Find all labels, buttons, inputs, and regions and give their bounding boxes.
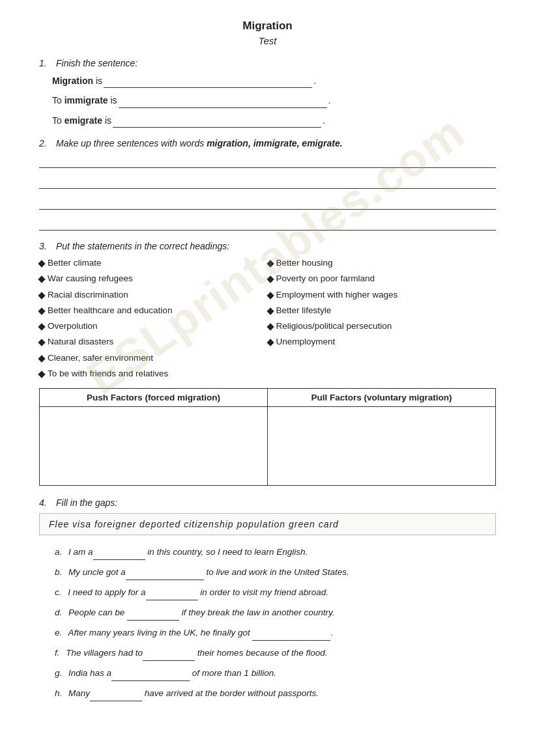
gap-item-g: g. India has a of more than 1 billion. <box>55 665 496 681</box>
diamond-icon-9 <box>267 260 274 268</box>
table-header-row: Push Factors (forced migration) Pull Fac… <box>40 389 495 407</box>
diamond-icon-4 <box>38 307 45 315</box>
gap-letter-b: b. <box>55 567 62 577</box>
statement-1: Better climate <box>39 257 268 270</box>
diamond-icon-11 <box>267 292 274 299</box>
statement-7: Cleaner, safer environment <box>39 352 268 365</box>
diamond-icon-10 <box>267 276 274 283</box>
diamond-icon-5 <box>38 324 45 331</box>
q1-blank-2[interactable] <box>119 107 327 108</box>
page-title: Migration <box>39 20 496 33</box>
q4-label: Fill in the gaps: <box>56 497 117 508</box>
q2-line-1[interactable] <box>39 154 496 168</box>
q1-number: 1. <box>39 58 52 68</box>
table-body-row <box>40 407 495 485</box>
gap-item-a: a. I am a in this country, so I need to … <box>55 544 496 560</box>
q1-keyword-3: emigrate <box>65 115 102 126</box>
q1-label: Finish the sentence: <box>56 58 137 68</box>
q3-number: 3. <box>39 241 52 251</box>
gap-item-h: h. Many have arrived at the border witho… <box>55 686 496 701</box>
table-header-pull: Pull Factors (voluntary migration) <box>268 389 495 406</box>
q2-line-3[interactable] <box>39 195 496 210</box>
question-2: 2. Make up three sentences with words mi… <box>39 138 496 231</box>
question-1: 1. Finish the sentence: Migration is. To… <box>39 58 496 128</box>
q2-bold-words: migration, immigrate, emigrate. <box>207 138 343 148</box>
statement-12: Better lifestyle <box>268 304 497 317</box>
gap-blank-a[interactable] <box>93 544 145 560</box>
gap-letter-d: d. <box>55 608 62 617</box>
q4-number: 4. <box>39 497 52 508</box>
diamond-icon-6 <box>38 339 45 346</box>
gap-item-b: b. My uncle got a to live and work in th… <box>55 565 496 580</box>
word-box: Flee visa foreigner deported citizenship… <box>39 513 496 535</box>
gap-blank-f[interactable] <box>143 645 195 661</box>
gap-letter-h: h. <box>55 688 62 698</box>
gap-blank-g[interactable] <box>111 665 190 681</box>
diamond-icon-7 <box>38 355 45 362</box>
diamond-icon-3 <box>38 292 45 299</box>
q1-blank-1[interactable] <box>104 87 312 88</box>
gap-blank-e[interactable] <box>252 625 330 641</box>
gap-blank-h[interactable] <box>90 686 142 701</box>
statements-col-2: Better housing Poverty on poor farmland … <box>268 257 497 383</box>
gap-blank-b[interactable] <box>126 565 204 580</box>
q1-line-1: Migration is. <box>52 74 496 88</box>
table-cell-push[interactable] <box>40 407 268 485</box>
statement-2: War causing refugees <box>39 272 268 285</box>
gap-letter-e: e. <box>55 628 62 637</box>
diamond-icon-8 <box>38 371 45 378</box>
gap-letter-f: f. <box>55 648 60 658</box>
gap-item-f: f. The villagers had to their homes beca… <box>55 645 496 661</box>
gap-letter-g: g. <box>55 668 62 678</box>
statement-4: Better healthcare and education <box>39 304 268 317</box>
q2-number: 2. <box>39 138 52 148</box>
statement-6: Natural disasters <box>39 335 268 348</box>
statement-5: Overpolution <box>39 320 268 333</box>
q2-line-4[interactable] <box>39 216 496 231</box>
statement-8: To be with friends and relatives <box>39 367 268 380</box>
gap-blank-d[interactable] <box>127 605 179 621</box>
table-header-push: Push Factors (forced migration) <box>40 389 268 406</box>
q1-line-2: To immigrate is. <box>52 93 496 107</box>
table-cell-pull[interactable] <box>268 407 495 485</box>
q1-blank-3[interactable] <box>113 127 321 128</box>
gap-blank-c[interactable] <box>146 585 198 600</box>
q1-keyword-2: immigrate <box>65 95 108 105</box>
q2-label: Make up three sentences with words migra… <box>56 138 343 148</box>
statement-13: Religious/political persecution <box>268 320 497 333</box>
diamond-icon-1 <box>38 260 45 268</box>
q2-writing-area <box>39 154 496 231</box>
question-3: 3. Put the statements in the correct hea… <box>39 241 496 486</box>
diamond-icon-12 <box>267 307 274 315</box>
diamond-icon-2 <box>38 276 45 283</box>
statement-11: Employment with higher wages <box>268 288 497 301</box>
statement-10: Poverty on poor farmland <box>268 272 497 285</box>
page-subtitle: Test <box>39 35 496 46</box>
gap-item-d: d. People can be if they break the law i… <box>55 605 496 621</box>
gap-letter-a: a. <box>55 547 62 557</box>
q3-label: Put the statements in the correct headin… <box>56 241 229 251</box>
statements-columns: Better climate War causing refugees Raci… <box>39 257 496 383</box>
statement-14: Unemployment <box>268 335 497 348</box>
q1-keyword-1: Migration <box>52 76 93 86</box>
diamond-icon-13 <box>267 324 274 331</box>
gap-letter-c: c. <box>55 587 62 597</box>
statement-9: Better housing <box>268 257 497 270</box>
statement-3: Racial discrimination <box>39 288 268 301</box>
push-pull-table: Push Factors (forced migration) Pull Fac… <box>39 388 496 486</box>
diamond-icon-14 <box>267 339 274 346</box>
statements-col-1: Better climate War causing refugees Raci… <box>39 257 268 383</box>
gap-item-c: c. I need to apply for a in order to vis… <box>55 585 496 600</box>
q2-line-2[interactable] <box>39 175 496 189</box>
q1-line-3: To emigrate is. <box>52 113 496 128</box>
question-4: 4. Fill in the gaps: Flee visa foreigner… <box>39 497 496 701</box>
gap-item-e: e. After many years living in the UK, he… <box>55 625 496 641</box>
